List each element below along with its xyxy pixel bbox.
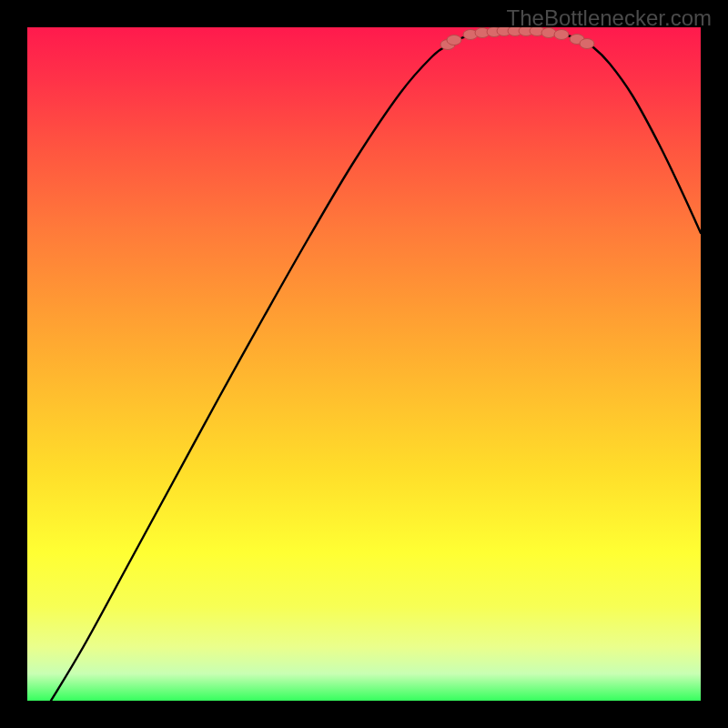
watermark-text: TheBottlenecker.com [507,5,712,31]
curve-marker [447,35,461,46]
curve-marker [554,30,569,40]
bottleneck-curve [51,31,701,701]
chart-plot-area [27,27,701,701]
curve-marker [580,39,594,49]
chart-svg [27,27,701,701]
